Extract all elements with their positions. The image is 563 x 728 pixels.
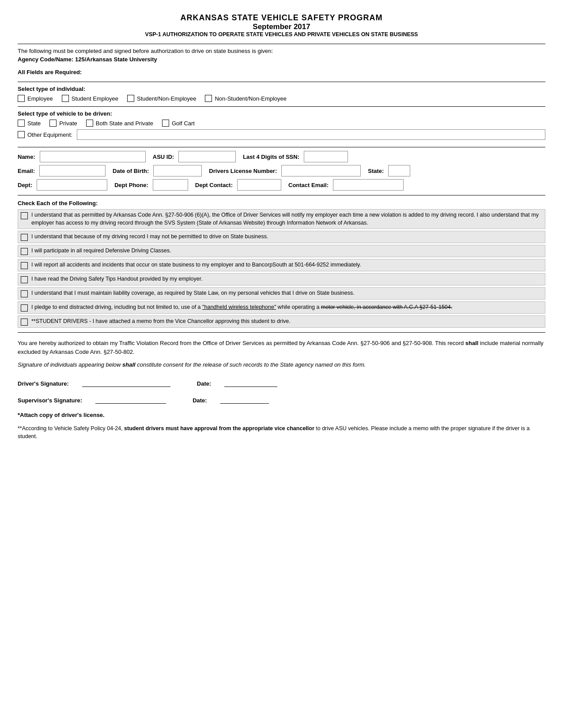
checkbox-private[interactable]: Private (49, 120, 77, 127)
divider-3 (18, 147, 545, 147)
checkbox-both-box[interactable] (86, 120, 93, 127)
dept-input[interactable] (37, 179, 107, 191)
supervisor-sig-line[interactable] (95, 395, 166, 404)
attach-note: *Attach copy of driver's license. (18, 412, 545, 418)
ssn-input[interactable] (304, 151, 348, 162)
driver-date-label: Date: (197, 380, 212, 387)
divider-5 (18, 332, 545, 333)
check-text-6: I pledge to end distracted driving, incl… (31, 304, 452, 311)
auth-title: VSP-1 AUTHORIZATION TO OPERATE STATE VEH… (18, 31, 545, 38)
intro-line1: The following must be completed and sign… (18, 48, 545, 54)
driver-sig-line[interactable] (82, 378, 170, 387)
checklist-section: Check Each of the Following: I understan… (18, 200, 545, 328)
supervisor-sig-label: Supervisor's Signature: (18, 397, 82, 404)
italic-consent-text: Signature of individuals appearing below… (18, 360, 545, 369)
check-item-5[interactable]: I understand that I must maintain liabil… (18, 287, 545, 300)
check-box-4[interactable] (21, 276, 28, 283)
checklist-title: Check Each of the Following: (18, 200, 545, 206)
signatures-section: Driver's Signature: Date: Supervisor's S… (18, 378, 545, 404)
deptphone-input[interactable] (153, 179, 188, 191)
checkbox-state[interactable]: State (18, 120, 41, 127)
check-text-5: I understand that I must maintain liabil… (31, 289, 355, 297)
check-text-3: I will report all accidents and incident… (31, 261, 361, 269)
state-label: State: (368, 168, 384, 174)
dl-label: Drivers License Number: (209, 168, 277, 174)
dept-label: Dept: (18, 182, 32, 188)
all-fields-label: All Fields are Required: (18, 69, 545, 75)
checkbox-non-student-non-employee-label: Non-Student/Non-Employee (215, 95, 287, 102)
name-input[interactable] (40, 151, 146, 162)
check-item-2[interactable]: I will participate in all required Defen… (18, 245, 545, 257)
form-row-3: Dept: Dept Phone: Dept Contact: Contact … (18, 179, 545, 191)
divider-4 (18, 195, 545, 195)
divider-top (18, 44, 545, 44)
ssn-label: Last 4 Digits of SSN: (243, 154, 299, 160)
checkbox-other[interactable]: Other Equipment: (18, 131, 72, 138)
check-item-3[interactable]: I will report all accidents and incident… (18, 259, 545, 271)
check-item-1[interactable]: I understand that because of my driving … (18, 231, 545, 243)
driver-date-line[interactable] (224, 378, 277, 387)
asuid-input[interactable] (178, 151, 236, 162)
individual-section-label: Select type of individual: (18, 86, 545, 92)
deptcontact-input[interactable] (237, 179, 281, 191)
check-box-7[interactable] (21, 319, 28, 326)
checkbox-employee[interactable]: Employee (18, 95, 53, 102)
other-equipment-label: Other Equipment: (27, 131, 72, 138)
checkbox-state-label: State (27, 120, 41, 127)
check-box-1[interactable] (21, 234, 28, 241)
checkbox-student-employee[interactable]: Student Employee (62, 95, 118, 102)
contactemail-label: Contact Email: (288, 182, 329, 188)
check-box-5[interactable] (21, 290, 28, 297)
footer-note: **According to Vehicle Safety Policy 04-… (18, 424, 545, 441)
checkbox-private-box[interactable] (49, 120, 57, 127)
deptcontact-label: Dept Contact: (195, 182, 233, 188)
checkbox-both-label: Both State and Private (96, 120, 153, 127)
checkbox-employee-box[interactable] (18, 95, 25, 102)
checkbox-both[interactable]: Both State and Private (86, 120, 153, 127)
check-item-4[interactable]: I have read the Driving Safety Tips Hand… (18, 273, 545, 285)
driver-sig-label: Driver's Signature: (18, 380, 69, 387)
checkbox-golf-cart[interactable]: Golf Cart (162, 120, 195, 127)
driver-sig-row: Driver's Signature: Date: (18, 378, 545, 387)
supervisor-sig-row: Supervisor's Signature: Date: (18, 395, 545, 404)
check-box-0[interactable] (21, 212, 28, 219)
form-row-1: Name: ASU ID: Last 4 Digits of SSN: (18, 151, 545, 162)
page-title: ARKANSAS STATE VEHICLE SAFETY PROGRAM (18, 13, 545, 23)
dob-input[interactable] (153, 165, 202, 176)
check-box-6[interactable] (21, 304, 28, 311)
checkbox-student-non-employee-box[interactable] (127, 95, 134, 102)
individual-type-row: Employee Student Employee Student/Non-Em… (18, 95, 545, 102)
check-item-7[interactable]: **STUDENT DRIVERS - I have attached a me… (18, 315, 545, 328)
checkbox-student-employee-label: Student Employee (72, 95, 118, 102)
checkbox-student-non-employee-label: Student/Non-Employee (137, 95, 196, 102)
dob-label: Date of Birth: (113, 168, 149, 174)
checkbox-golf-cart-label: Golf Cart (172, 120, 195, 127)
checkbox-student-non-employee[interactable]: Student/Non-Employee (127, 95, 196, 102)
checkbox-employee-label: Employee (27, 95, 53, 102)
checkbox-student-employee-box[interactable] (62, 95, 69, 102)
state-input[interactable] (388, 165, 410, 176)
contactemail-input[interactable] (333, 179, 404, 191)
checkbox-private-label: Private (59, 120, 77, 127)
email-label: Email: (18, 168, 35, 174)
check-item-0[interactable]: I understand that as permitted by Arkans… (18, 209, 545, 229)
supervisor-date-line[interactable] (220, 395, 269, 404)
other-equipment-row: Other Equipment: (18, 129, 545, 140)
check-text-7: **STUDENT DRIVERS - I have attached a me… (31, 318, 291, 326)
check-item-6[interactable]: I pledge to end distracted driving, incl… (18, 301, 545, 314)
other-equipment-input[interactable] (77, 129, 545, 140)
name-label: Name: (18, 154, 35, 160)
checkbox-golf-cart-box[interactable] (162, 120, 169, 127)
check-box-2[interactable] (21, 248, 28, 255)
check-text-2: I will participate in all required Defen… (31, 247, 171, 255)
email-input[interactable] (39, 165, 106, 176)
checkbox-other-box[interactable] (18, 131, 25, 138)
check-text-4: I have read the Driving Safety Tips Hand… (31, 275, 203, 283)
deptphone-label: Dept Phone: (114, 182, 148, 188)
checkbox-non-student-non-employee[interactable]: Non-Student/Non-Employee (205, 95, 287, 102)
checkbox-non-student-non-employee-box[interactable] (205, 95, 212, 102)
check-box-3[interactable] (21, 262, 28, 269)
subtitle: September 2017 (18, 23, 545, 31)
checkbox-state-box[interactable] (18, 120, 25, 127)
dl-input[interactable] (281, 165, 361, 176)
